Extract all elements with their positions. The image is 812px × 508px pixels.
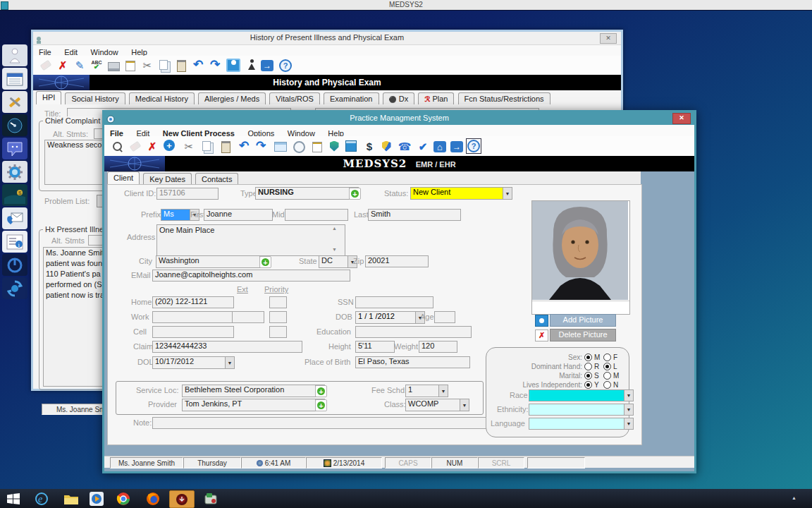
cut-icon[interactable]: ✂: [140, 58, 154, 72]
add-city-button[interactable]: [259, 256, 271, 268]
scroll-down-icon[interactable]: ▼: [332, 247, 337, 252]
add-service-loc-button[interactable]: [315, 385, 327, 397]
pms-close-button[interactable]: ✕: [672, 113, 691, 124]
sex-f-radio[interactable]: [603, 353, 611, 361]
info-list-icon[interactable]: i: [2, 231, 27, 253]
chrome-icon[interactable]: [111, 490, 135, 507]
chevron-down-icon[interactable]: ▼: [624, 390, 633, 401]
calendar-icon[interactable]: [2, 68, 27, 90]
class-combo[interactable]: WCOMP▼: [405, 399, 469, 411]
eraser-icon[interactable]: [128, 139, 142, 153]
tab-hpi[interactable]: HPI: [36, 91, 61, 105]
ie-icon[interactable]: e: [30, 490, 54, 507]
health-shield-icon[interactable]: [327, 139, 341, 153]
fee-schd-combo[interactable]: 1▼: [405, 385, 448, 397]
ethnicity-combo[interactable]: ▼: [529, 404, 634, 416]
service-loc-combo[interactable]: Bethlehem Steel Corporation▼: [182, 385, 325, 397]
active-app-icon[interactable]: [169, 490, 195, 508]
chevron-down-icon[interactable]: ▼: [438, 385, 448, 397]
redo-icon[interactable]: ↷: [208, 57, 222, 71]
tray-expand-icon[interactable]: ▲: [792, 495, 796, 500]
help-icon[interactable]: ?: [467, 139, 481, 153]
copy-icon[interactable]: [200, 140, 214, 154]
camera-icon[interactable]: [226, 58, 240, 72]
tab-client[interactable]: Client: [107, 171, 140, 186]
edit-icon[interactable]: ✎: [73, 58, 87, 72]
power-icon[interactable]: [2, 254, 27, 276]
tab-medical-history[interactable]: Medical History: [129, 92, 195, 105]
tab-examination[interactable]: Examination: [324, 92, 379, 105]
delete-icon[interactable]: ✗: [56, 58, 70, 72]
media-player-icon[interactable]: [85, 490, 109, 507]
chevron-down-icon[interactable]: ▼: [503, 188, 512, 199]
marital-m-radio[interactable]: [603, 372, 611, 380]
language-combo[interactable]: ▼: [529, 418, 634, 430]
help-icon[interactable]: ?: [278, 59, 293, 73]
zip-field[interactable]: 20021: [365, 255, 429, 267]
patient-3d-icon[interactable]: [2, 44, 27, 66]
spellcheck-icon[interactable]: ABC: [90, 58, 104, 72]
chevron-down-icon[interactable]: ▼: [624, 418, 633, 429]
weight-field[interactable]: 120: [419, 341, 457, 353]
gauge-icon[interactable]: [2, 114, 27, 136]
billing-dollar-icon[interactable]: $: [362, 139, 376, 153]
copy-icon[interactable]: [157, 59, 171, 73]
tab-vitals-ros[interactable]: Vitals/ROS: [269, 92, 320, 105]
hpi-titlebar[interactable]: History of Present Illness and Physical …: [33, 32, 621, 45]
person-icon[interactable]: [245, 58, 259, 72]
chevron-down-icon[interactable]: ▼: [225, 357, 234, 368]
undo-icon[interactable]: ↶: [191, 57, 205, 71]
add-type-button[interactable]: [349, 188, 361, 200]
notes-icon[interactable]: [123, 59, 137, 73]
state-combo[interactable]: DC▼: [319, 255, 357, 268]
delete-picture-button[interactable]: Delete Picture: [550, 329, 616, 341]
check-icon[interactable]: ✔: [416, 139, 430, 153]
search-icon[interactable]: [110, 139, 124, 153]
city-combo[interactable]: Washington▼: [156, 255, 269, 268]
medsys-app-icon[interactable]: [199, 490, 223, 507]
hand-l-radio[interactable]: [603, 363, 611, 370]
finance-icon[interactable]: $: [2, 184, 27, 206]
hand-r-radio[interactable]: [584, 363, 592, 370]
scroll-up-icon[interactable]: ▲: [332, 226, 337, 231]
cell-phone-field[interactable]: [152, 326, 234, 338]
phone-mail-icon[interactable]: ☎: [398, 139, 412, 153]
cut-icon[interactable]: ✂: [182, 139, 196, 153]
contact-phone-icon[interactable]: [2, 207, 27, 229]
last-name-field[interactable]: Smith: [368, 209, 461, 221]
dob-combo[interactable]: 1 / 1 /2012▼: [355, 311, 425, 324]
hpi-close-button[interactable]: ✕: [600, 33, 617, 44]
delete-x-icon[interactable]: ✗: [535, 329, 548, 341]
explorer-icon[interactable]: [59, 490, 83, 507]
tab-fcn-status[interactable]: Fcn Status/Restrictions: [458, 92, 550, 105]
eraser-icon[interactable]: [39, 58, 53, 72]
pms-titlebar[interactable]: Practice Managment System ✕: [104, 112, 694, 125]
home-priority-box[interactable]: [269, 296, 287, 308]
notes-icon[interactable]: [310, 140, 324, 154]
lives-n-radio[interactable]: [603, 381, 611, 389]
calculator-icon[interactable]: [344, 139, 358, 153]
age-field[interactable]: [434, 311, 455, 323]
insurance-shield-icon[interactable]: [379, 139, 393, 153]
redo-icon[interactable]: ↷: [254, 138, 268, 152]
type-combo[interactable]: NURSING▼: [255, 187, 359, 200]
exit-icon[interactable]: →: [450, 140, 464, 154]
paste-icon[interactable]: [219, 140, 233, 154]
work-ext-field[interactable]: [232, 311, 264, 323]
delete-icon[interactable]: ✗: [145, 139, 159, 153]
chevron-down-icon[interactable]: ▼: [624, 404, 633, 415]
height-field[interactable]: 5'11: [355, 341, 395, 353]
home-icon[interactable]: ⌂: [433, 140, 447, 154]
first-name-field[interactable]: Joanne: [204, 209, 273, 221]
education-field[interactable]: [355, 326, 472, 338]
tab-social-history[interactable]: Social History: [65, 92, 125, 105]
sex-m-radio[interactable]: [584, 353, 592, 361]
work-priority-box[interactable]: [269, 311, 287, 323]
race-combo[interactable]: ▼: [529, 389, 634, 401]
marital-s-radio[interactable]: [584, 372, 592, 380]
middle-name-field[interactable]: [285, 209, 348, 221]
settings-gear-icon[interactable]: [2, 161, 27, 183]
tab-dx[interactable]: ⚫ Dx: [383, 92, 415, 105]
note-field[interactable]: [152, 417, 486, 429]
home-phone-field[interactable]: (202) 122-1121: [152, 296, 234, 308]
